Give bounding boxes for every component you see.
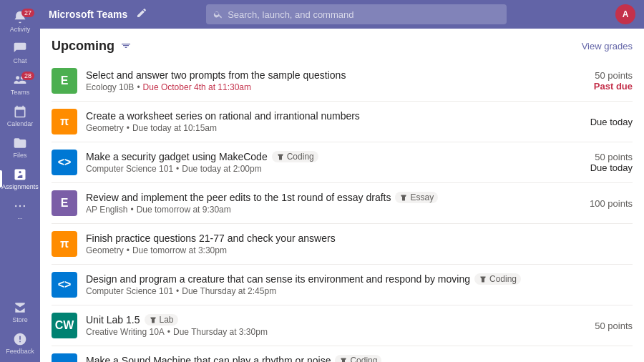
assignment-name: Make a security gadget using MakeCodeCod…: [86, 151, 567, 162]
assignment-details: Create a worksheet series on rational an…: [86, 110, 567, 133]
files-label: Files: [13, 152, 26, 159]
assignment-details: Make a security gadget using MakeCodeCod…: [86, 151, 567, 174]
assignment-meta: Computer Science 101•Due Thursday at 2:4…: [86, 286, 567, 296]
assignment-tag: Coding: [335, 355, 381, 362]
assignment-item[interactable]: πFinish practice questions 21-77 and che…: [52, 224, 633, 265]
sidebar-item-activity[interactable]: 27 Activity: [0, 6, 40, 37]
svg-point-2: [24, 205, 26, 207]
assignment-name: Review and implement the peer edits to t…: [86, 192, 567, 203]
assignment-item[interactable]: EReview and implement the peer edits to …: [52, 183, 633, 224]
assignment-tag: Coding: [272, 151, 318, 162]
assignment-meta: Creative Writing 10A•Due Thursday at 3:3…: [86, 327, 567, 337]
activity-label: Activity: [10, 26, 31, 33]
assignments-list: Upcoming View grades ESelect and answer …: [40, 29, 644, 362]
assignments-label: Assignments: [1, 183, 39, 190]
assignments-container: ESelect and answer two prompts from the …: [52, 61, 633, 362]
teams-label: Teams: [11, 89, 30, 96]
assignment-tag: Essay: [395, 192, 438, 203]
activity-badge: 27: [21, 9, 34, 17]
assignment-item[interactable]: <>Design and program a creature that can…: [52, 265, 633, 305]
assignment-class-icon: CW: [52, 313, 77, 338]
chat-label: Chat: [13, 57, 26, 64]
teams-badge: 28: [21, 72, 34, 80]
assignment-name: Finish practice questions 21-77 and chec…: [86, 233, 567, 244]
assignment-class-icon: E: [52, 68, 77, 94]
assignment-name: Unit Lab 1.5Lab: [86, 314, 567, 326]
view-grades-link[interactable]: View grades: [582, 41, 633, 52]
svg-point-1: [19, 205, 21, 207]
sidebar-item-chat[interactable]: Chat: [0, 37, 40, 69]
section-title-group: Upcoming: [52, 39, 132, 54]
assignment-item[interactable]: πCreate a worksheet series on rational a…: [52, 102, 633, 142]
app-title: Microsoft Teams: [49, 9, 127, 20]
assignment-name: Make a Sound Machine that can play a rhy…: [86, 355, 567, 362]
sidebar-item-calendar[interactable]: Calendar: [0, 100, 40, 132]
assignment-meta: Computer Science 101•Due today at 2:00pm: [86, 164, 567, 174]
sidebar-item-more[interactable]: ···: [0, 195, 40, 226]
assignment-status: 50 pointsDue today: [575, 152, 633, 173]
sidebar-item-assignments[interactable]: Assignments: [0, 163, 40, 195]
assignment-name: Design and program a creature that can s…: [86, 273, 567, 285]
assignment-name: Select and answer two prompts from the s…: [86, 69, 567, 81]
assignment-class-icon: <>: [52, 272, 77, 298]
assignment-meta: Geometry•Due today at 10:15am: [86, 123, 567, 133]
search-bar[interactable]: Search, launch, and command: [206, 4, 507, 24]
assignment-item[interactable]: CWUnit Lab 1.5LabCreative Writing 10A•Du…: [52, 305, 633, 346]
sidebar-item-feedback[interactable]: Feedback: [0, 328, 40, 359]
filter-icon[interactable]: [120, 39, 132, 54]
assignment-tag: Coding: [474, 273, 521, 285]
main-content: Microsoft Teams Search, launch, and comm…: [40, 0, 644, 362]
assignment-status: 100 points: [575, 198, 633, 209]
sidebar: 27 Activity Chat 28 Teams Calendar Files…: [0, 0, 40, 362]
assignment-meta: AP English•Due tomorrow at 9:30am: [86, 205, 567, 215]
assignment-details: Review and implement the peer edits to t…: [86, 192, 567, 215]
assignment-item[interactable]: ESelect and answer two prompts from the …: [52, 61, 633, 102]
assignment-details: Select and answer two prompts from the s…: [86, 69, 567, 92]
sidebar-item-store[interactable]: Store: [0, 296, 40, 328]
assignment-tag: Lab: [145, 314, 178, 326]
titlebar: Microsoft Teams Search, launch, and comm…: [40, 0, 644, 29]
svg-point-0: [15, 205, 17, 207]
assignment-status: Due today: [575, 117, 633, 127]
assignment-status: 50 points: [575, 321, 633, 331]
assignment-meta: Ecology 10B•Due October 4th at 11:30am: [86, 82, 567, 92]
assignment-details: Unit Lab 1.5LabCreative Writing 10A•Due …: [86, 314, 567, 337]
feedback-label: Feedback: [6, 348, 34, 355]
assignment-class-icon: <>: [52, 353, 77, 362]
calendar-label: Calendar: [7, 120, 34, 127]
assignment-item[interactable]: <>Make a Sound Machine that can play a r…: [52, 346, 633, 362]
assignment-item[interactable]: <>Make a security gadget using MakeCodeC…: [52, 142, 633, 183]
assignment-details: Make a Sound Machine that can play a rhy…: [86, 355, 567, 362]
assignment-details: Design and program a creature that can s…: [86, 273, 567, 296]
assignment-class-icon: E: [52, 190, 77, 216]
assignment-class-icon: π: [52, 109, 77, 134]
store-label: Store: [12, 316, 28, 323]
sidebar-item-teams[interactable]: 28 Teams: [0, 69, 40, 100]
section-header: Upcoming View grades: [52, 29, 633, 61]
assignment-details: Finish practice questions 21-77 and chec…: [86, 233, 567, 255]
search-placeholder: Search, launch, and command: [228, 9, 353, 20]
assignment-name: Create a worksheet series on rational an…: [86, 110, 567, 122]
section-title: Upcoming: [52, 39, 114, 54]
user-avatar[interactable]: A: [615, 4, 635, 24]
assignment-class-icon: π: [52, 231, 77, 257]
sidebar-item-files[interactable]: Files: [0, 132, 40, 163]
more-label: ···: [17, 215, 23, 222]
edit-icon[interactable]: [136, 7, 147, 21]
assignment-meta: Geometry•Due tomorrow at 3:30pm: [86, 245, 567, 255]
assignment-status: 50 pointsPast due: [575, 70, 633, 92]
assignment-class-icon: <>: [52, 150, 77, 175]
